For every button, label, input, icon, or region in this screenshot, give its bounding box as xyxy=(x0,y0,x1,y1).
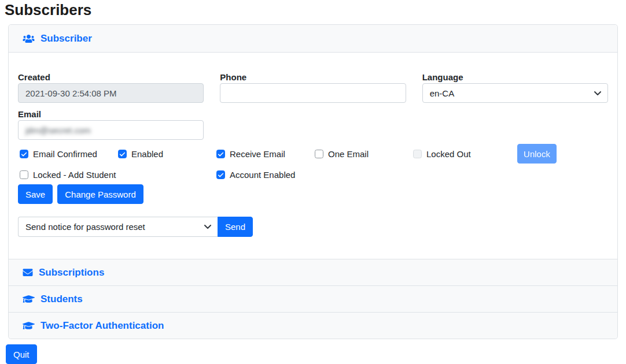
unlock-button[interactable]: Unlock xyxy=(517,144,557,164)
phone-field-group: Phone xyxy=(220,73,406,103)
unlock-button-cell: Unlock xyxy=(510,144,608,164)
envelope-icon xyxy=(23,268,33,277)
notice-select[interactable]: Send notice for password reset xyxy=(18,217,218,237)
chevron-down-icon xyxy=(594,91,601,96)
checkbox-one-email[interactable]: One Email xyxy=(313,149,411,159)
checkbox-account-enabled[interactable]: Account Enabled xyxy=(215,170,411,180)
checkbox-one-email-box[interactable] xyxy=(315,150,323,158)
checkbox-enabled-box[interactable] xyxy=(118,150,127,158)
change-password-button[interactable]: Change Password xyxy=(57,184,143,204)
subscriptions-section-title: Subscriptions xyxy=(39,267,104,278)
email-redacted-value: jdm@secret.com xyxy=(25,125,91,135)
students-section-header[interactable]: Students xyxy=(9,285,617,312)
save-button[interactable]: Save xyxy=(18,184,53,204)
subscriber-card: Subscriber Created Phone Language en-CA xyxy=(8,24,618,339)
notice-selected-value: Send notice for password reset xyxy=(25,222,145,232)
email-field[interactable]: jdm@secret.com xyxy=(18,120,204,140)
phone-label: Phone xyxy=(220,73,406,82)
subscriber-form: Created Phone Language en-CA Email xyxy=(9,53,617,259)
language-field-group: Language en-CA xyxy=(422,73,608,103)
checkbox-locked-add-student-box[interactable] xyxy=(20,170,28,179)
checkbox-receive-email-box[interactable] xyxy=(216,150,225,158)
checkbox-label: One Email xyxy=(328,149,369,159)
language-label: Language xyxy=(422,73,608,82)
created-field xyxy=(18,83,204,103)
users-icon xyxy=(23,34,35,43)
students-section-title: Students xyxy=(40,294,83,305)
checkbox-email-confirmed-box[interactable] xyxy=(20,150,28,158)
checkbox-locked-out: Locked Out xyxy=(411,149,510,159)
page-title: Subscribers xyxy=(0,0,626,18)
two-factor-section-header[interactable]: Two-Factor Authentication xyxy=(9,312,617,339)
language-select[interactable]: en-CA xyxy=(422,83,608,103)
created-label: Created xyxy=(18,73,204,82)
subscriptions-section-header[interactable]: Subscriptions xyxy=(9,259,617,285)
phone-field[interactable] xyxy=(220,83,406,103)
checkbox-receive-email[interactable]: Receive Email xyxy=(215,149,313,159)
two-factor-section-title: Two-Factor Authentication xyxy=(40,320,164,332)
created-field-group: Created xyxy=(18,73,204,103)
quit-button[interactable]: Quit xyxy=(6,344,37,364)
chevron-down-icon xyxy=(204,225,211,229)
checkbox-email-confirmed[interactable]: Email Confirmed xyxy=(18,149,116,159)
send-button[interactable]: Send xyxy=(218,217,253,237)
language-selected-value: en-CA xyxy=(430,88,455,98)
checkbox-label: Locked - Add Student xyxy=(33,170,116,180)
email-field-group: Email jdm@secret.com xyxy=(18,110,204,140)
checkbox-enabled[interactable]: Enabled xyxy=(116,149,215,159)
checkbox-label: Enabled xyxy=(131,149,163,159)
graduation-cap-icon xyxy=(23,321,35,330)
subscriber-section-title: Subscriber xyxy=(40,33,92,44)
graduation-cap-icon xyxy=(23,294,35,304)
checkbox-account-enabled-box[interactable] xyxy=(216,170,225,179)
subscriber-section-header[interactable]: Subscriber xyxy=(9,25,617,53)
checkbox-label: Email Confirmed xyxy=(33,149,97,159)
checkbox-label: Account Enabled xyxy=(230,170,295,180)
checkbox-locked-out-box xyxy=(413,150,422,158)
checkbox-locked-add-student[interactable]: Locked - Add Student xyxy=(18,170,215,180)
checkbox-label: Locked Out xyxy=(426,149,471,159)
checkbox-label: Receive Email xyxy=(230,149,285,159)
email-label: Email xyxy=(18,110,204,119)
